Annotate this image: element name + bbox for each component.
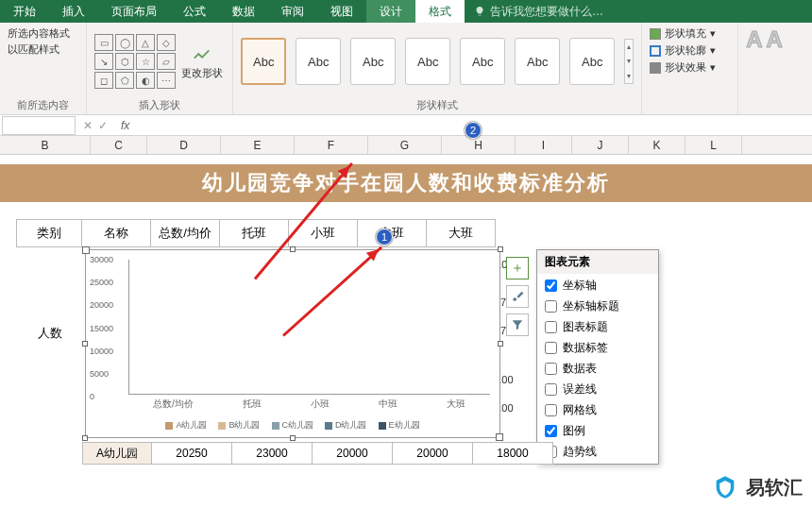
- data-cell[interactable]: 20000: [392, 442, 473, 465]
- data-cell[interactable]: 20000: [312, 442, 393, 465]
- data-cell[interactable]: 18000: [472, 442, 553, 465]
- col-D[interactable]: D: [147, 136, 221, 154]
- shape-outline[interactable]: 形状轮廓 ▾: [650, 43, 730, 58]
- group-label-styles: 形状样式: [241, 96, 634, 112]
- data-cell[interactable]: A幼儿园: [82, 442, 152, 465]
- legend-item[interactable]: E幼儿园: [379, 419, 420, 432]
- checkbox[interactable]: [545, 279, 557, 292]
- checkbox[interactable]: [545, 363, 557, 375]
- chart-element-option[interactable]: 网格线: [545, 402, 651, 418]
- checkbox[interactable]: [545, 425, 557, 437]
- checkbox[interactable]: [545, 404, 557, 416]
- name-box[interactable]: [2, 116, 76, 135]
- col-E[interactable]: E: [221, 136, 295, 154]
- shape-style-1[interactable]: Abc: [241, 38, 286, 85]
- tell-me-text: 告诉我您想要做什么…: [490, 4, 603, 20]
- chart-element-option[interactable]: 图表标题: [545, 319, 651, 335]
- chart-side-buttons: ＋: [506, 257, 529, 336]
- col-L[interactable]: L: [685, 136, 742, 154]
- row-label-people: 人数: [17, 325, 83, 342]
- chart-element-option[interactable]: 数据表: [545, 361, 651, 377]
- shape-style-2[interactable]: Abc: [296, 38, 341, 85]
- legend-item[interactable]: D幼儿园: [325, 419, 367, 432]
- tab-format[interactable]: 格式: [415, 0, 465, 23]
- data-cell[interactable]: 23000: [231, 442, 313, 465]
- tell-me[interactable]: 告诉我您想要做什么…: [474, 0, 603, 23]
- legend-item[interactable]: A幼儿园: [165, 419, 207, 432]
- column-headers: BCDEFGHIJKL: [0, 136, 812, 155]
- panel-title: 图表元素: [537, 250, 658, 274]
- shape-style-more[interactable]: ▴▾▾: [624, 39, 634, 84]
- col-B[interactable]: B: [0, 136, 91, 154]
- shape-gallery[interactable]: ▭◯△◇ ↘⬡☆▱ ◻⬠◐⋯: [94, 34, 176, 89]
- y-tick: 5000: [90, 369, 109, 379]
- data-row: A幼儿园2025023000200002000018000: [83, 442, 553, 465]
- bulb-icon: [474, 6, 485, 17]
- wordart-styles[interactable]: AA: [746, 26, 804, 53]
- x-tick: 总数/均价: [153, 398, 194, 411]
- chart-plot[interactable]: [128, 260, 490, 395]
- col-H[interactable]: H: [442, 136, 516, 154]
- chart-element-option[interactable]: 误差线: [545, 381, 651, 398]
- y-tick: 10000: [90, 347, 113, 356]
- tab-data[interactable]: 数据: [219, 0, 268, 23]
- col-I[interactable]: I: [516, 136, 572, 154]
- tab-design[interactable]: 设计: [366, 0, 415, 23]
- tab-formula[interactable]: 公式: [170, 0, 219, 23]
- chart-element-option[interactable]: 趋势线: [545, 444, 651, 460]
- tab-layout[interactable]: 页面布局: [98, 0, 170, 23]
- chart-elements-button[interactable]: ＋: [506, 257, 529, 279]
- chart-element-option[interactable]: 坐标轴标题: [545, 298, 651, 314]
- chart-element-option[interactable]: 图例: [545, 423, 651, 439]
- enter-icon[interactable]: ✓: [98, 119, 108, 132]
- shape-effects[interactable]: 形状效果 ▾: [650, 60, 730, 75]
- col-K[interactable]: K: [629, 136, 685, 154]
- table-header[interactable]: 类别: [16, 219, 82, 247]
- table-header[interactable]: 大班: [426, 219, 496, 247]
- legend-item[interactable]: B幼儿园: [218, 419, 260, 432]
- tab-review[interactable]: 审阅: [268, 0, 317, 23]
- x-tick: 大班: [447, 398, 465, 411]
- table-header[interactable]: 托班: [219, 219, 289, 247]
- change-shape[interactable]: 更改形状: [181, 43, 223, 80]
- shape-fill[interactable]: 形状填充 ▾: [650, 26, 730, 41]
- effects-icon: [650, 62, 661, 74]
- data-cell[interactable]: 20250: [151, 442, 232, 465]
- legend-item[interactable]: C幼儿园: [272, 419, 314, 432]
- checkbox[interactable]: [545, 342, 557, 354]
- chart-object[interactable]: 050001000015000200002500030000 总数/均价托班小班…: [85, 249, 500, 438]
- chart-element-option[interactable]: 数据标签: [545, 340, 651, 356]
- shape-style-4[interactable]: Abc: [405, 38, 450, 85]
- chart-legend[interactable]: A幼儿园B幼儿园C幼儿园D幼儿园E幼儿园: [86, 419, 499, 432]
- chart-element-option[interactable]: 坐标轴: [545, 278, 651, 294]
- col-J[interactable]: J: [572, 136, 629, 154]
- formula-bar: ✕✓ fx: [0, 115, 812, 136]
- table-header[interactable]: 名称: [81, 219, 151, 247]
- checkbox[interactable]: [545, 321, 557, 333]
- col-F[interactable]: F: [295, 136, 368, 154]
- shape-style-6[interactable]: Abc: [515, 38, 560, 85]
- group-label-selection: 前所选内容: [8, 96, 78, 112]
- tab-view[interactable]: 视图: [317, 0, 366, 23]
- tab-home[interactable]: 开始: [0, 0, 49, 23]
- checkbox[interactable]: [545, 300, 557, 313]
- worksheet[interactable]: 幼儿园竞争对手在园人数和收费标准分析 类别名称总数/均价托班小班中班大班 人数 …: [0, 155, 812, 508]
- checkbox[interactable]: [545, 383, 557, 396]
- chart-filter-button[interactable]: [506, 313, 529, 336]
- ribbon-tabs: 开始 插入 页面布局 公式 数据 审阅 视图 设计 格式 告诉我您想要做什么…: [0, 0, 812, 23]
- cancel-icon[interactable]: ✕: [83, 119, 93, 132]
- selection-format[interactable]: 所选内容格式 以匹配样式: [8, 26, 78, 57]
- table-header[interactable]: 总数/均价: [150, 219, 220, 247]
- table-header-row: 类别名称总数/均价托班小班中班大班: [17, 219, 496, 247]
- shape-style-3[interactable]: Abc: [350, 38, 396, 85]
- fx-label[interactable]: fx: [113, 119, 137, 132]
- shape-style-5[interactable]: Abc: [460, 38, 505, 85]
- ribbon: 所选内容格式 以匹配样式 前所选内容 ▭◯△◇ ↘⬡☆▱ ◻⬠◐⋯ 更改形状 插…: [0, 23, 812, 115]
- shape-style-7[interactable]: Abc: [569, 38, 615, 85]
- col-C[interactable]: C: [91, 136, 147, 154]
- outline-icon: [650, 45, 661, 57]
- tab-insert[interactable]: 插入: [49, 0, 98, 23]
- title-banner: 幼儿园竞争对手在园人数和收费标准分析: [0, 164, 812, 202]
- chart-styles-button[interactable]: [506, 285, 529, 308]
- col-G[interactable]: G: [368, 136, 442, 154]
